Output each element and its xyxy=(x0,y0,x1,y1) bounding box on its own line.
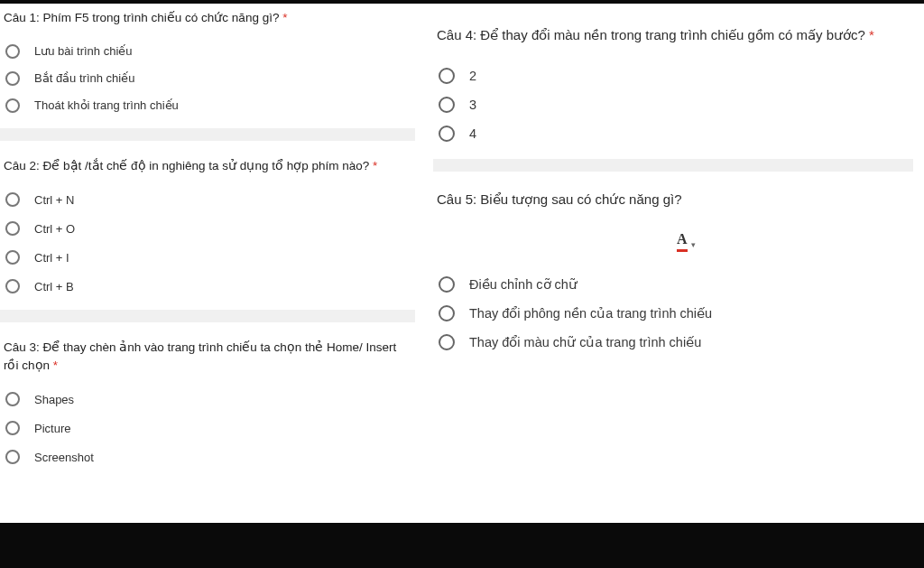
option-label: Ctrl + I xyxy=(34,251,69,265)
option-label: Picture xyxy=(34,422,70,435)
option-label: Thay đổi màu chữ của trang trình chiếu xyxy=(469,335,701,349)
q1-option-0[interactable]: Lưu bài trình chiếu xyxy=(5,38,415,65)
option-label: Screenshot xyxy=(34,451,94,464)
required-star: * xyxy=(282,11,287,24)
option-label: Ctrl + O xyxy=(34,222,75,236)
q2-option-2[interactable]: Ctrl + I xyxy=(5,243,415,272)
q4-option-2[interactable]: 4 xyxy=(439,119,913,148)
question-text: Câu 1: Phím F5 trong trình chiếu có chức… xyxy=(4,11,279,24)
question-3-title: Câu 3: Để thay chèn ảnh vào trang trình … xyxy=(2,335,415,383)
q3-option-0[interactable]: Shapes xyxy=(5,385,415,414)
q1-option-1[interactable]: Bắt đầu trình chiếu xyxy=(5,65,415,92)
question-4: Câu 4: Để thay đổi màu nền trong trang t… xyxy=(433,5,913,152)
option-label: Thay đổi phông nền của trang trình chiếu xyxy=(469,306,712,321)
question-text: Câu 4: Để thay đổi màu nền trong trang t… xyxy=(437,27,865,42)
option-label: 3 xyxy=(469,98,476,112)
section-divider xyxy=(0,310,415,322)
radio-icon xyxy=(439,305,455,321)
question-2-options: Ctrl + N Ctrl + O Ctrl + I Ctrl + B xyxy=(2,183,415,304)
radio-icon xyxy=(5,192,20,207)
radio-icon xyxy=(5,71,20,86)
radio-icon xyxy=(5,450,20,464)
q2-option-1[interactable]: Ctrl + O xyxy=(5,214,415,243)
radio-icon xyxy=(5,98,20,113)
q2-option-3[interactable]: Ctrl + B xyxy=(5,272,415,301)
radio-icon xyxy=(439,68,455,84)
question-5-title: Câu 5: Biểu tượng sau có chức năng gì? xyxy=(435,186,913,219)
left-column: Câu 1: Phím F5 trong trình chiếu có chức… xyxy=(0,5,415,520)
q5-option-0[interactable]: Điều chỉnh cỡ chữ xyxy=(439,270,913,299)
radio-icon xyxy=(439,276,455,293)
option-label: Thoát khỏi trang trình chiếu xyxy=(34,98,179,112)
content-area: Câu 1: Phím F5 trong trình chiếu có chức… xyxy=(0,5,924,520)
q5-option-2[interactable]: Thay đổi màu chữ của trang trình chiếu xyxy=(439,328,913,357)
text-color-icon: A ▾ xyxy=(677,232,696,252)
section-divider xyxy=(433,159,913,172)
radio-icon xyxy=(5,421,20,435)
option-label: Shapes xyxy=(34,393,74,406)
question-4-options: 2 3 4 xyxy=(435,54,913,152)
radio-icon xyxy=(5,221,20,236)
q4-option-0[interactable]: 2 xyxy=(439,61,913,90)
option-label: Lưu bài trình chiếu xyxy=(34,44,133,58)
q2-option-0[interactable]: Ctrl + N xyxy=(5,185,415,214)
option-label: 4 xyxy=(469,126,476,141)
q1-option-2[interactable]: Thoát khỏi trang trình chiếu xyxy=(5,92,415,119)
q3-option-1[interactable]: Picture xyxy=(5,414,415,442)
required-star: * xyxy=(869,27,874,42)
radio-icon xyxy=(5,44,20,59)
option-label: Ctrl + N xyxy=(34,193,74,207)
top-black-strip xyxy=(0,0,924,4)
section-divider xyxy=(0,128,415,141)
question-1: Câu 1: Phím F5 trong trình chiếu có chức… xyxy=(0,5,415,123)
question-2: Câu 2: Để bật /tắt chế độ in nghiêng ta … xyxy=(0,154,415,305)
required-star: * xyxy=(53,358,58,372)
question-text: Câu 2: Để bật /tắt chế độ in nghiêng ta … xyxy=(4,159,369,172)
question-text: Câu 5: Biểu tượng sau có chức năng gì? xyxy=(437,191,682,207)
question-1-options: Lưu bài trình chiếu Bắt đầu trình chiếu … xyxy=(2,36,415,123)
question-5-options: Điều chỉnh cỡ chữ Thay đổi phông nền của… xyxy=(435,268,913,360)
question-3: Câu 3: Để thay chèn ảnh vào trang trình … xyxy=(0,335,415,475)
q5-option-1[interactable]: Thay đổi phông nền của trang trình chiếu xyxy=(439,299,913,328)
question-text: Câu 3: Để thay chèn ảnh vào trang trình … xyxy=(4,340,396,372)
radio-icon xyxy=(439,334,455,350)
question-4-title: Câu 4: Để thay đổi màu nền trong trang t… xyxy=(435,22,913,54)
letter-a-icon: A xyxy=(677,232,688,252)
question-2-title: Câu 2: Để bật /tắt chế độ in nghiêng ta … xyxy=(2,154,415,184)
radio-icon xyxy=(439,126,455,142)
question-1-title: Câu 1: Phím F5 trong trình chiếu có chức… xyxy=(2,5,415,36)
question-3-options: Shapes Picture Screenshot xyxy=(2,383,415,475)
right-column: Câu 4: Để thay đổi màu nền trong trang t… xyxy=(415,5,924,520)
radio-icon xyxy=(5,279,20,293)
bottom-black-strip xyxy=(0,523,924,568)
option-label: Bắt đầu trình chiếu xyxy=(34,71,134,85)
question-5: Câu 5: Biểu tượng sau có chức năng gì? A… xyxy=(433,186,913,360)
option-label: Ctrl + B xyxy=(34,280,74,293)
radio-icon xyxy=(5,392,20,406)
option-label: 2 xyxy=(469,69,476,83)
q3-option-2[interactable]: Screenshot xyxy=(5,442,415,471)
page-root: Câu 1: Phím F5 trong trình chiếu có chức… xyxy=(0,0,924,568)
q4-option-1[interactable]: 3 xyxy=(439,90,913,119)
radio-icon xyxy=(5,250,20,265)
option-label: Điều chỉnh cỡ chữ xyxy=(469,277,578,292)
chevron-down-icon: ▾ xyxy=(691,235,696,249)
required-star: * xyxy=(373,159,377,172)
radio-icon xyxy=(439,97,455,113)
icon-sample: A ▾ xyxy=(435,219,913,268)
